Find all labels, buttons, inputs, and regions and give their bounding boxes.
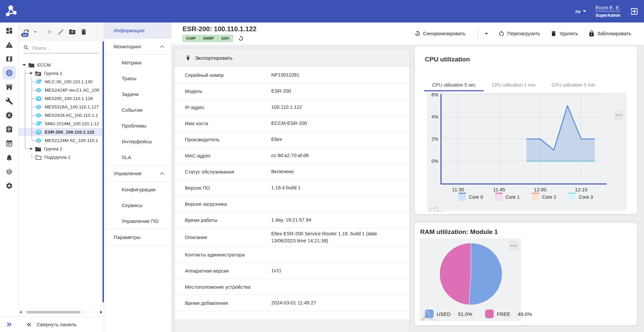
sidebar-item-tasks[interactable] bbox=[2, 123, 16, 136]
menu-item-4[interactable]: Задачи bbox=[104, 86, 171, 102]
menu-item-2[interactable]: Метрики bbox=[104, 55, 171, 70]
auto-refresh-button[interactable]: 1m bbox=[23, 28, 30, 36]
scroll-left-arrow-icon[interactable] bbox=[19, 311, 22, 314]
legend-swatch-free[interactable] bbox=[485, 310, 494, 318]
device-switch-icon bbox=[35, 138, 42, 143]
folder-outline-icon bbox=[35, 155, 42, 160]
legend-item-core-1[interactable]: Core 1 bbox=[495, 193, 520, 201]
delete-node-button[interactable] bbox=[80, 28, 87, 36]
refresh-dropdown-icon[interactable] bbox=[34, 31, 37, 33]
scrollbar-thumb[interactable] bbox=[27, 311, 80, 314]
expand-panel-button[interactable] bbox=[0, 317, 18, 332]
menu-item-12[interactable]: Управление ПО bbox=[104, 213, 171, 229]
cpu-chart-menu-button[interactable]: ••• bbox=[614, 110, 624, 120]
logout-icon[interactable] bbox=[630, 7, 639, 16]
info-row-value bbox=[271, 285, 399, 289]
app-logo-icon[interactable] bbox=[4, 4, 19, 19]
calendar-icon bbox=[5, 140, 13, 147]
tree-item[interactable]: Группа 2 bbox=[18, 145, 104, 153]
tab-cpu-1[interactable]: CPU utilization 1 min bbox=[484, 79, 544, 91]
info-row: ПроизводительEltex bbox=[175, 132, 409, 148]
tree-guide-tick bbox=[32, 107, 35, 107]
move-to-group-button[interactable] bbox=[69, 28, 76, 36]
tree-item-label: MES2124M AC_100.110.1 bbox=[45, 138, 98, 143]
menu-item-5[interactable]: События bbox=[104, 102, 171, 118]
sidebar-item-store[interactable] bbox=[2, 80, 16, 94]
main-content: ESR-200: 100.110.1.122 ICMPSNMPSSH Синхр… bbox=[171, 22, 644, 332]
pie-slice-free bbox=[440, 243, 471, 305]
reboot-button[interactable]: Перезагрузить bbox=[498, 30, 540, 37]
device-switch-icon bbox=[35, 112, 42, 118]
menu-item-label: Информация bbox=[114, 28, 145, 33]
sidebar-item-settings[interactable] bbox=[2, 179, 16, 192]
tree-expander-icon[interactable] bbox=[29, 73, 33, 75]
menu-item-13[interactable]: Параметры bbox=[104, 229, 171, 245]
sidebar-item-dashboard[interactable] bbox=[2, 24, 16, 37]
legend-label: Core 1 bbox=[506, 194, 520, 200]
block-button[interactable]: Заблокировать bbox=[588, 30, 631, 37]
scrollbar-track[interactable] bbox=[23, 311, 98, 314]
cpu-utilization-card: CPU utilization CPU utilization 5 secCPU… bbox=[415, 46, 637, 214]
menu-item-6[interactable]: Проблемы bbox=[104, 118, 171, 134]
device-switch-icon bbox=[35, 87, 42, 93]
sync-button[interactable]: Синхронизировать bbox=[414, 30, 466, 37]
legend-swatch-used[interactable] bbox=[425, 310, 434, 318]
legend-item-core-3[interactable]: Core 3 bbox=[568, 193, 593, 201]
sidebar-item-tools[interactable] bbox=[2, 94, 16, 108]
sidebar-item-map[interactable] bbox=[2, 52, 16, 65]
info-row: Версия загрузчика bbox=[175, 196, 409, 212]
sidebar-item-calendar[interactable] bbox=[2, 137, 16, 150]
tree-guide-line bbox=[32, 153, 32, 157]
info-row-label: Описание bbox=[185, 233, 271, 242]
user-menu-link[interactable]: Eccm E. E. bbox=[596, 5, 620, 11]
legend-item-core-0[interactable]: Core 0 bbox=[458, 193, 483, 201]
info-row-value: 1 day, 19:21:57.94 bbox=[271, 215, 399, 226]
tree-vertical-scrollbar[interactable] bbox=[103, 41, 104, 302]
device-header: ESR-200: 100.110.1.122 ICMPSNMPSSH Синхр… bbox=[171, 22, 644, 45]
delete-button[interactable]: Удалить bbox=[550, 30, 578, 37]
ram-chart-menu-button[interactable]: ••• bbox=[509, 241, 519, 251]
add-node-button[interactable] bbox=[46, 28, 53, 36]
tree-expander-icon[interactable] bbox=[23, 64, 26, 66]
search-input[interactable] bbox=[32, 45, 99, 51]
sync-dropdown-icon[interactable] bbox=[485, 33, 488, 35]
sidebar-item-power[interactable] bbox=[2, 165, 16, 178]
scroll-right-arrow-icon[interactable] bbox=[100, 311, 102, 314]
menu-item-section-1[interactable]: Мониторинг bbox=[104, 39, 171, 54]
ram-legend: USED51.0%FREE49.0% bbox=[425, 310, 532, 318]
page-title: ESR-200: 100.110.1.122 bbox=[183, 25, 256, 33]
tree-horizontal-scrollbar bbox=[19, 310, 102, 315]
legend-item-core-2[interactable]: Core 2 bbox=[532, 193, 556, 201]
tab-cpu-0[interactable]: CPU utilization 5 sec bbox=[424, 79, 484, 91]
menu-item-7[interactable]: Интерфейсы bbox=[104, 134, 171, 149]
info-row: IP-адрес100.110.1.122 bbox=[175, 99, 409, 115]
sidebar-item-alarms[interactable] bbox=[2, 38, 16, 51]
device-stack-icon bbox=[35, 121, 42, 127]
availability-refresh-button[interactable] bbox=[238, 35, 244, 42]
menu-item-10[interactable]: Конфигурации bbox=[104, 182, 171, 197]
menu-item-3[interactable]: Трапы bbox=[104, 70, 171, 86]
chevron-up-icon[interactable] bbox=[160, 172, 164, 175]
sidebar-item-auto-mode[interactable] bbox=[2, 108, 16, 122]
menu-item-0[interactable]: Информация bbox=[104, 22, 171, 38]
language-selector[interactable]: ru bbox=[575, 8, 586, 14]
collapse-panel-button[interactable]: Свернуть панель bbox=[18, 317, 104, 332]
device-tree: ECCMГруппа 1WLC-30_100.110.1.130MES2424P… bbox=[18, 57, 104, 310]
info-row-value: 100.110.1.122 bbox=[271, 102, 399, 113]
info-row: ОписаниеEltex ESR-200 Service Router 1.1… bbox=[175, 228, 409, 247]
tree-item[interactable]: Группа 1 bbox=[18, 69, 104, 78]
tab-cpu-2[interactable]: CPU utilization 5 min bbox=[544, 79, 603, 91]
user-role: SuperAdmin bbox=[596, 13, 620, 18]
chevron-up-icon[interactable] bbox=[160, 45, 164, 48]
info-row-value: 1.18.4 build 1 bbox=[271, 182, 399, 193]
tree-item[interactable]: ECCM bbox=[18, 61, 104, 69]
export-button[interactable]: Экспортировать bbox=[175, 49, 409, 67]
legend-label: Core 0 bbox=[469, 194, 483, 200]
sidebar-item-devices[interactable] bbox=[2, 66, 16, 80]
menu-item-8[interactable]: SLA bbox=[104, 149, 171, 165]
menu-item-11[interactable]: Сервисы bbox=[104, 197, 171, 213]
edit-node-button[interactable] bbox=[57, 28, 65, 36]
sidebar-item-notifications[interactable] bbox=[2, 151, 16, 164]
tree-expander-icon[interactable] bbox=[29, 148, 33, 150]
menu-item-section-9[interactable]: Управление bbox=[104, 165, 171, 181]
